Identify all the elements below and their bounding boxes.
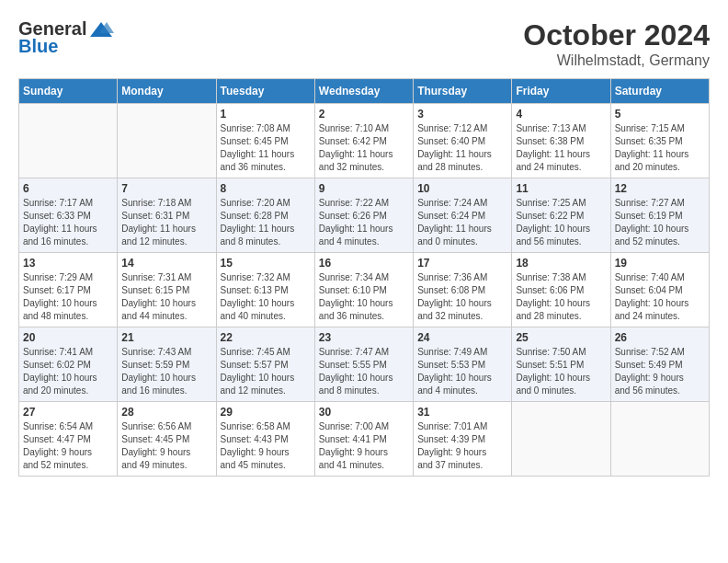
header-friday: Friday bbox=[512, 79, 610, 104]
cell-day-number: 31 bbox=[417, 406, 507, 419]
cell-info-text: Sunrise: 7:47 AM Sunset: 5:55 PM Dayligh… bbox=[319, 346, 409, 397]
calendar-cell: 31Sunrise: 7:01 AM Sunset: 4:39 PM Dayli… bbox=[414, 402, 512, 477]
cell-info-text: Sunrise: 7:31 AM Sunset: 6:15 PM Dayligh… bbox=[121, 271, 211, 323]
calendar-cell bbox=[610, 402, 709, 477]
calendar-cell: 15Sunrise: 7:32 AM Sunset: 6:13 PM Dayli… bbox=[216, 253, 314, 327]
cell-day-number: 18 bbox=[516, 257, 606, 270]
cell-info-text: Sunrise: 7:38 AM Sunset: 6:06 PM Dayligh… bbox=[516, 271, 606, 323]
calendar-cell bbox=[19, 104, 118, 178]
calendar-cell: 19Sunrise: 7:40 AM Sunset: 6:04 PM Dayli… bbox=[610, 253, 709, 327]
header-thursday: Thursday bbox=[414, 79, 512, 104]
cell-day-number: 23 bbox=[319, 331, 409, 344]
cell-info-text: Sunrise: 7:13 AM Sunset: 6:38 PM Dayligh… bbox=[516, 122, 606, 174]
cell-info-text: Sunrise: 7:49 AM Sunset: 5:53 PM Dayligh… bbox=[417, 346, 507, 397]
cell-day-number: 17 bbox=[417, 257, 507, 270]
cell-info-text: Sunrise: 7:43 AM Sunset: 5:59 PM Dayligh… bbox=[121, 346, 211, 397]
cell-info-text: Sunrise: 7:10 AM Sunset: 6:42 PM Dayligh… bbox=[319, 122, 409, 174]
cell-day-number: 27 bbox=[23, 406, 113, 419]
cell-day-number: 11 bbox=[516, 182, 606, 195]
cell-day-number: 13 bbox=[23, 257, 113, 270]
calendar-cell: 10Sunrise: 7:24 AM Sunset: 6:24 PM Dayli… bbox=[414, 178, 512, 253]
cell-day-number: 16 bbox=[319, 257, 409, 270]
cell-info-text: Sunrise: 7:01 AM Sunset: 4:39 PM Dayligh… bbox=[417, 420, 507, 472]
calendar-cell bbox=[118, 104, 216, 178]
cell-day-number: 25 bbox=[516, 331, 606, 344]
cell-info-text: Sunrise: 7:22 AM Sunset: 6:26 PM Dayligh… bbox=[319, 197, 409, 248]
cell-info-text: Sunrise: 7:32 AM Sunset: 6:13 PM Dayligh… bbox=[221, 271, 311, 323]
logo: General Blue bbox=[18, 18, 114, 57]
cell-day-number: 20 bbox=[23, 331, 113, 344]
cell-info-text: Sunrise: 7:40 AM Sunset: 6:04 PM Dayligh… bbox=[615, 271, 705, 323]
cell-info-text: Sunrise: 7:45 AM Sunset: 5:57 PM Dayligh… bbox=[221, 346, 311, 397]
calendar-cell: 25Sunrise: 7:50 AM Sunset: 5:51 PM Dayli… bbox=[512, 327, 610, 402]
cell-day-number: 8 bbox=[221, 182, 311, 195]
cell-day-number: 10 bbox=[417, 182, 507, 195]
calendar-cell: 16Sunrise: 7:34 AM Sunset: 6:10 PM Dayli… bbox=[314, 253, 413, 327]
week-row-4: 20Sunrise: 7:41 AM Sunset: 6:02 PM Dayli… bbox=[19, 327, 710, 402]
header-wednesday: Wednesday bbox=[314, 79, 413, 104]
cell-day-number: 26 bbox=[615, 331, 705, 344]
calendar-cell: 20Sunrise: 7:41 AM Sunset: 6:02 PM Dayli… bbox=[19, 327, 118, 402]
cell-info-text: Sunrise: 7:15 AM Sunset: 6:35 PM Dayligh… bbox=[615, 122, 705, 174]
calendar-cell: 17Sunrise: 7:36 AM Sunset: 6:08 PM Dayli… bbox=[414, 253, 512, 327]
cell-day-number: 9 bbox=[319, 182, 409, 195]
calendar-cell: 12Sunrise: 7:27 AM Sunset: 6:19 PM Dayli… bbox=[610, 178, 709, 253]
header-monday: Monday bbox=[118, 79, 216, 104]
cell-info-text: Sunrise: 6:58 AM Sunset: 4:43 PM Dayligh… bbox=[221, 420, 311, 472]
cell-info-text: Sunrise: 6:54 AM Sunset: 4:47 PM Dayligh… bbox=[23, 420, 113, 472]
header-sunday: Sunday bbox=[19, 79, 118, 104]
week-row-5: 27Sunrise: 6:54 AM Sunset: 4:47 PM Dayli… bbox=[19, 402, 710, 477]
calendar-cell: 5Sunrise: 7:15 AM Sunset: 6:35 PM Daylig… bbox=[610, 104, 709, 178]
cell-info-text: Sunrise: 7:25 AM Sunset: 6:22 PM Dayligh… bbox=[516, 197, 606, 248]
calendar-cell: 22Sunrise: 7:45 AM Sunset: 5:57 PM Dayli… bbox=[216, 327, 314, 402]
calendar-cell: 13Sunrise: 7:29 AM Sunset: 6:17 PM Dayli… bbox=[19, 253, 118, 327]
cell-info-text: Sunrise: 7:27 AM Sunset: 6:19 PM Dayligh… bbox=[615, 197, 705, 248]
calendar-table: SundayMondayTuesdayWednesdayThursdayFrid… bbox=[18, 78, 710, 477]
cell-info-text: Sunrise: 7:50 AM Sunset: 5:51 PM Dayligh… bbox=[516, 346, 606, 397]
header-row: SundayMondayTuesdayWednesdayThursdayFrid… bbox=[19, 79, 710, 104]
cell-day-number: 5 bbox=[615, 108, 705, 121]
cell-info-text: Sunrise: 7:29 AM Sunset: 6:17 PM Dayligh… bbox=[23, 271, 113, 323]
month-title: October 2024 bbox=[523, 18, 710, 52]
cell-info-text: Sunrise: 7:00 AM Sunset: 4:41 PM Dayligh… bbox=[319, 420, 409, 472]
cell-day-number: 7 bbox=[121, 182, 211, 195]
logo-blue-text: Blue bbox=[18, 36, 58, 57]
calendar-cell: 30Sunrise: 7:00 AM Sunset: 4:41 PM Dayli… bbox=[314, 402, 413, 477]
page-header: General Blue October 2024 Wilhelmstadt, … bbox=[18, 18, 710, 69]
title-area: October 2024 Wilhelmstadt, Germany bbox=[523, 18, 710, 69]
cell-info-text: Sunrise: 7:34 AM Sunset: 6:10 PM Dayligh… bbox=[319, 271, 409, 323]
calendar-cell: 9Sunrise: 7:22 AM Sunset: 6:26 PM Daylig… bbox=[314, 178, 413, 253]
calendar-cell bbox=[512, 402, 610, 477]
calendar-cell: 2Sunrise: 7:10 AM Sunset: 6:42 PM Daylig… bbox=[314, 104, 413, 178]
cell-info-text: Sunrise: 7:52 AM Sunset: 5:49 PM Dayligh… bbox=[615, 346, 705, 397]
cell-info-text: Sunrise: 7:24 AM Sunset: 6:24 PM Dayligh… bbox=[417, 197, 507, 248]
calendar-cell: 14Sunrise: 7:31 AM Sunset: 6:15 PM Dayli… bbox=[118, 253, 216, 327]
calendar-cell: 1Sunrise: 7:08 AM Sunset: 6:45 PM Daylig… bbox=[216, 104, 314, 178]
cell-day-number: 1 bbox=[221, 108, 311, 121]
cell-day-number: 28 bbox=[121, 406, 211, 419]
cell-day-number: 6 bbox=[23, 182, 113, 195]
cell-info-text: Sunrise: 7:08 AM Sunset: 6:45 PM Dayligh… bbox=[221, 122, 311, 174]
cell-day-number: 30 bbox=[319, 406, 409, 419]
cell-day-number: 19 bbox=[615, 257, 705, 270]
calendar-cell: 18Sunrise: 7:38 AM Sunset: 6:06 PM Dayli… bbox=[512, 253, 610, 327]
cell-info-text: Sunrise: 7:12 AM Sunset: 6:40 PM Dayligh… bbox=[417, 122, 507, 174]
cell-day-number: 24 bbox=[417, 331, 507, 344]
cell-info-text: Sunrise: 7:36 AM Sunset: 6:08 PM Dayligh… bbox=[417, 271, 507, 323]
calendar-cell: 29Sunrise: 6:58 AM Sunset: 4:43 PM Dayli… bbox=[216, 402, 314, 477]
header-tuesday: Tuesday bbox=[216, 79, 314, 104]
calendar-cell: 27Sunrise: 6:54 AM Sunset: 4:47 PM Dayli… bbox=[19, 402, 118, 477]
location-title: Wilhelmstadt, Germany bbox=[523, 52, 710, 69]
week-row-3: 13Sunrise: 7:29 AM Sunset: 6:17 PM Dayli… bbox=[19, 253, 710, 327]
calendar-cell: 4Sunrise: 7:13 AM Sunset: 6:38 PM Daylig… bbox=[512, 104, 610, 178]
calendar-cell: 3Sunrise: 7:12 AM Sunset: 6:40 PM Daylig… bbox=[414, 104, 512, 178]
calendar-cell: 11Sunrise: 7:25 AM Sunset: 6:22 PM Dayli… bbox=[512, 178, 610, 253]
week-row-1: 1Sunrise: 7:08 AM Sunset: 6:45 PM Daylig… bbox=[19, 104, 710, 178]
cell-day-number: 14 bbox=[121, 257, 211, 270]
week-row-2: 6Sunrise: 7:17 AM Sunset: 6:33 PM Daylig… bbox=[19, 178, 710, 253]
cell-day-number: 4 bbox=[516, 108, 606, 121]
calendar-cell: 8Sunrise: 7:20 AM Sunset: 6:28 PM Daylig… bbox=[216, 178, 314, 253]
cell-info-text: Sunrise: 7:17 AM Sunset: 6:33 PM Dayligh… bbox=[23, 197, 113, 248]
cell-info-text: Sunrise: 6:56 AM Sunset: 4:45 PM Dayligh… bbox=[121, 420, 211, 472]
cell-day-number: 29 bbox=[221, 406, 311, 419]
